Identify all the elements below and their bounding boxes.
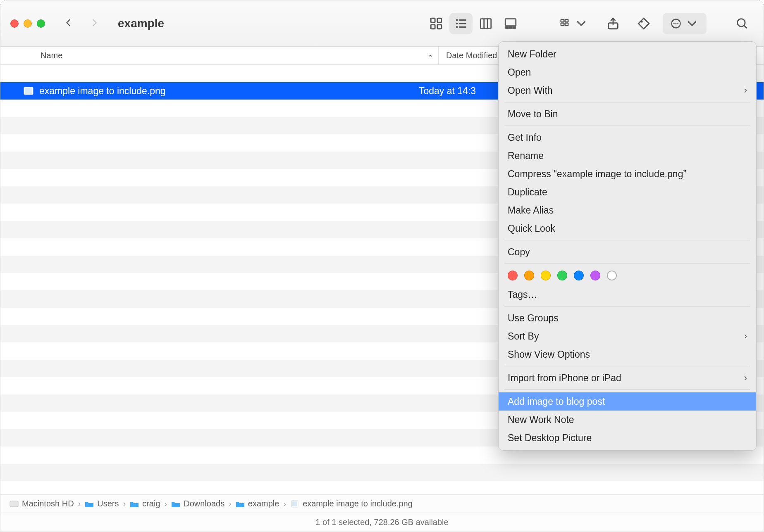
column-header-date[interactable]: Date Modified (439, 51, 497, 60)
svg-point-22 (641, 21, 643, 22)
svg-rect-19 (561, 23, 564, 25)
path-crumb-downloads[interactable]: Downloads (171, 499, 224, 508)
menu-item-add-image-blog[interactable]: Add image to blog post (499, 392, 756, 411)
svg-point-8 (456, 26, 458, 28)
path-bar: Macintosh HD › Users › craig › Downloads… (0, 494, 764, 513)
image-file-icon (23, 86, 34, 96)
tag-yellow[interactable] (541, 271, 551, 280)
folder-icon (236, 500, 245, 508)
svg-rect-18 (565, 19, 568, 22)
chevron-right-icon: › (744, 85, 747, 96)
svg-rect-3 (437, 24, 442, 28)
menu-item-use-groups[interactable]: Use Groups (499, 309, 756, 327)
menu-item-open-with[interactable]: Open With› (499, 81, 756, 100)
path-crumb-users[interactable]: Users (85, 499, 119, 508)
breadcrumb-sep: › (229, 499, 232, 508)
menu-item-open[interactable]: Open (499, 63, 756, 81)
path-crumb-hd[interactable]: Macintosh HD (10, 499, 74, 508)
column-header-name[interactable]: Name (0, 51, 422, 60)
menu-item-show-view-options[interactable]: Show View Options (499, 345, 756, 363)
minimize-window-button[interactable] (24, 19, 32, 28)
svg-rect-20 (565, 23, 568, 25)
window-title: example (118, 17, 164, 30)
chevron-right-icon: › (744, 331, 747, 342)
status-bar: 1 of 1 selected, 728.26 GB available (0, 513, 764, 532)
svg-point-6 (456, 22, 458, 24)
svg-rect-16 (513, 27, 516, 28)
svg-point-26 (677, 23, 678, 24)
column-header-name-label: Name (41, 51, 62, 60)
gallery-view-button[interactable] (499, 13, 522, 34)
folder-icon (85, 500, 94, 508)
menu-item-sort-by[interactable]: Sort By› (499, 327, 756, 345)
tag-red[interactable] (508, 271, 518, 280)
close-window-button[interactable] (10, 19, 19, 28)
forward-button[interactable] (90, 16, 99, 31)
context-menu: New Folder Open Open With› Move to Bin G… (498, 41, 757, 451)
list-view-button[interactable] (449, 13, 473, 34)
folder-icon (130, 500, 139, 508)
path-crumb-folder[interactable]: example (236, 499, 279, 508)
tags-button[interactable] (632, 13, 655, 34)
breadcrumb-sep: › (123, 499, 126, 508)
menu-item-compress[interactable]: Compress “example image to include.png” (499, 165, 756, 183)
share-button[interactable] (602, 13, 625, 34)
image-file-icon (290, 500, 299, 508)
tag-orange[interactable] (524, 271, 534, 280)
svg-rect-1 (437, 18, 442, 22)
file-name: example image to include.png (39, 86, 411, 97)
column-header-date-label: Date Modified (446, 51, 497, 60)
menu-item-copy[interactable]: Copy (499, 243, 756, 261)
menu-item-import-iphone[interactable]: Import from iPhone or iPad› (499, 369, 756, 387)
traffic-lights (10, 19, 45, 28)
sort-indicator[interactable] (422, 47, 439, 64)
svg-rect-2 (431, 24, 435, 28)
icon-view-button[interactable] (425, 13, 448, 34)
svg-point-25 (676, 23, 677, 24)
path-crumb-file[interactable]: example image to include.png (290, 499, 413, 508)
finder-window: example (0, 0, 764, 532)
tag-blue[interactable] (574, 271, 584, 280)
actions-button[interactable] (663, 13, 707, 34)
breadcrumb-sep: › (283, 499, 286, 508)
status-text: 1 of 1 selected, 728.26 GB available (315, 518, 448, 527)
search-button[interactable] (731, 13, 754, 34)
svg-rect-17 (561, 19, 564, 22)
menu-item-tags[interactable]: Tags… (499, 285, 756, 304)
nav-arrows (64, 16, 99, 31)
zoom-window-button[interactable] (37, 19, 45, 28)
tag-purple[interactable] (590, 271, 600, 280)
svg-line-28 (744, 25, 747, 28)
menu-item-new-folder[interactable]: New Folder (499, 45, 756, 63)
chevron-right-icon: › (744, 373, 747, 383)
menu-item-set-desktop[interactable]: Set Desktop Picture (499, 429, 756, 447)
menu-item-duplicate[interactable]: Duplicate (499, 183, 756, 201)
tag-none[interactable] (607, 271, 617, 280)
menu-item-rename[interactable]: Rename (499, 147, 756, 165)
menu-item-get-info[interactable]: Get Info (499, 128, 756, 147)
svg-point-4 (456, 19, 458, 21)
svg-point-24 (673, 23, 675, 24)
menu-item-make-alias[interactable]: Make Alias (499, 201, 756, 219)
back-button[interactable] (64, 16, 73, 31)
table-row-empty (0, 464, 764, 481)
svg-rect-10 (480, 19, 491, 28)
svg-rect-33 (292, 501, 297, 506)
tag-color-row (499, 266, 756, 285)
breadcrumb-sep: › (78, 499, 81, 508)
toolbar: example (0, 0, 764, 47)
menu-item-new-work-note[interactable]: New Work Note (499, 411, 756, 429)
file-date: Today at 14:3 (411, 86, 476, 97)
svg-rect-0 (431, 18, 435, 22)
group-by-button[interactable] (554, 13, 594, 34)
column-view-button[interactable] (474, 13, 497, 34)
svg-rect-30 (25, 88, 32, 94)
svg-rect-13 (505, 19, 516, 26)
view-switcher (425, 13, 522, 34)
menu-item-quick-look[interactable]: Quick Look (499, 219, 756, 238)
svg-point-27 (738, 19, 745, 26)
tag-green[interactable] (557, 271, 567, 280)
breadcrumb-sep: › (165, 499, 167, 508)
path-crumb-user[interactable]: craig (130, 499, 160, 508)
menu-item-move-to-bin[interactable]: Move to Bin (499, 105, 756, 123)
